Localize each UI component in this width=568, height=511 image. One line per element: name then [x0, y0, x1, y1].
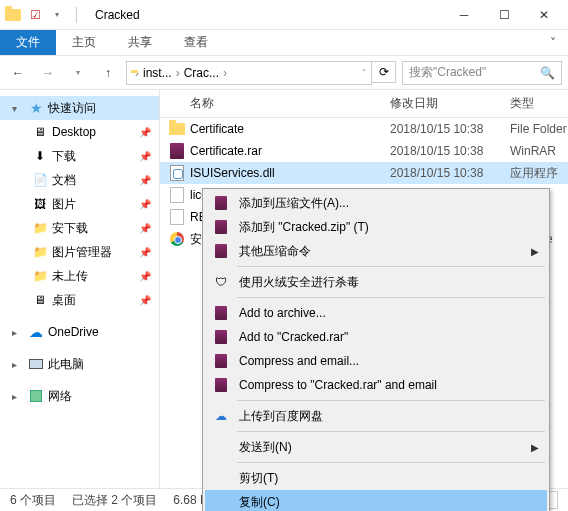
expander-icon[interactable]: ▸ [12, 391, 24, 402]
nav-forward-button[interactable]: → [36, 61, 60, 85]
rar-icon [209, 327, 233, 347]
expander-icon[interactable]: ▾ [12, 103, 24, 114]
sidebar-item-icon: ⬇ [32, 148, 48, 164]
sidebar-label: OneDrive [48, 325, 99, 339]
menu-item-label: 上传到百度网盘 [233, 408, 547, 425]
expander-icon[interactable]: ▸ [12, 359, 24, 370]
file-row[interactable]: ISUIServices.dll 2018/10/15 10:38 应用程序 [160, 162, 568, 184]
maximize-button[interactable]: ☐ [484, 1, 524, 29]
star-icon: ★ [28, 100, 44, 116]
sidebar-item-label: 安下载 [52, 220, 88, 237]
menu-item-label: Add to "Cracked.rar" [233, 330, 547, 344]
sidebar-item[interactable]: 📁 安下载 📌 [0, 216, 159, 240]
menu-item[interactable]: 添加到压缩文件(A)... [205, 191, 547, 215]
file-name: Certificate.rar [186, 144, 390, 158]
rar-icon [209, 241, 233, 261]
menu-item[interactable]: 🛡 使用火绒安全进行杀毒 [205, 270, 547, 294]
sidebar-item[interactable]: 📁 图片管理器 📌 [0, 240, 159, 264]
sidebar-onedrive[interactable]: ▸ ☁ OneDrive [0, 320, 159, 344]
sidebar: ▾ ★ 快速访问 🖥 Desktop 📌⬇ 下载 📌📄 文档 📌🖼 图片 📌📁 … [0, 90, 160, 488]
sidebar-label: 此电脑 [48, 356, 84, 373]
nav-back-button[interactable]: ← [6, 61, 30, 85]
chevron-right-icon[interactable]: › [133, 66, 141, 80]
sidebar-item-icon: 📁 [32, 220, 48, 236]
nav-up-button[interactable]: ↑ [96, 61, 120, 85]
sidebar-item-icon: 📄 [32, 172, 48, 188]
menu-item-label: 其他压缩命令 [233, 243, 531, 260]
crumb-segment[interactable]: inst... [143, 66, 172, 80]
breadcrumb-dropdown-icon[interactable]: ˅ [362, 68, 367, 78]
rar-icon [209, 217, 233, 237]
shield-icon: 🛡 [209, 272, 233, 292]
menu-item[interactable]: 发送到(N) ▶ [205, 435, 547, 459]
sidebar-quick-access[interactable]: ▾ ★ 快速访问 [0, 96, 159, 120]
sidebar-thispc[interactable]: ▸ 此电脑 [0, 352, 159, 376]
tab-home[interactable]: 主页 [56, 30, 112, 55]
ribbon-tabs: 文件 主页 共享 查看 ˅ [0, 30, 568, 56]
folder-icon [168, 121, 186, 137]
pin-icon: 📌 [139, 199, 151, 210]
minimize-button[interactable]: ─ [444, 1, 484, 29]
menu-item[interactable]: ☁ 上传到百度网盘 [205, 404, 547, 428]
status-count: 6 个项目 [10, 492, 56, 509]
ribbon-expand-icon[interactable]: ˅ [538, 30, 568, 55]
sidebar-item[interactable]: 📁 未上传 📌 [0, 264, 159, 288]
sidebar-item-icon: 🖥 [32, 124, 48, 140]
sidebar-item[interactable]: 🖼 图片 📌 [0, 192, 159, 216]
column-headers: 名称 修改日期 类型 [160, 90, 568, 118]
chrome-icon [168, 231, 186, 247]
qat-dropdown-icon[interactable]: ▾ [48, 6, 66, 24]
menu-item[interactable]: Compress and email... [205, 349, 547, 373]
file-row[interactable]: Certificate.rar 2018/10/15 10:38 WinRAR [160, 140, 568, 162]
crumb-segment[interactable]: Crac... [184, 66, 219, 80]
search-placeholder: 搜索"Cracked" [409, 64, 486, 81]
sidebar-item-icon: 📁 [32, 268, 48, 284]
context-menu: 添加到压缩文件(A)... 添加到 "Cracked.zip" (T) 其他压缩… [202, 188, 550, 511]
sidebar-item-label: 未上传 [52, 268, 88, 285]
menu-separator [237, 462, 545, 463]
sidebar-item[interactable]: 🖥 桌面 📌 [0, 288, 159, 312]
submenu-arrow-icon: ▶ [531, 246, 547, 257]
sidebar-item[interactable]: 📄 文档 📌 [0, 168, 159, 192]
menu-item[interactable]: 其他压缩命令 ▶ [205, 239, 547, 263]
chevron-right-icon[interactable]: › [174, 66, 182, 80]
chevron-right-icon[interactable]: › [221, 66, 229, 80]
blank-icon [209, 468, 233, 488]
col-name[interactable]: 名称 [160, 95, 390, 112]
refresh-button[interactable]: ⟳ [372, 61, 396, 83]
menu-item-label: 添加到 "Cracked.zip" (T) [233, 219, 547, 236]
menu-item[interactable]: Add to "Cracked.rar" [205, 325, 547, 349]
menu-item[interactable]: Compress to "Cracked.rar" and email [205, 373, 547, 397]
breadcrumb[interactable]: › inst... › Crac... › ˅ [126, 61, 372, 85]
col-type[interactable]: 类型 [510, 95, 568, 112]
search-input[interactable]: 搜索"Cracked" 🔍 [402, 61, 562, 85]
expander-icon[interactable]: ▸ [12, 327, 24, 338]
col-date[interactable]: 修改日期 [390, 95, 510, 112]
menu-item-label: Add to archive... [233, 306, 547, 320]
tab-share[interactable]: 共享 [112, 30, 168, 55]
sidebar-item[interactable]: 🖥 Desktop 📌 [0, 120, 159, 144]
tab-file[interactable]: 文件 [0, 30, 56, 55]
sidebar-item-label: 下载 [52, 148, 76, 165]
sidebar-item-label: 文档 [52, 172, 76, 189]
menu-item-label: Compress to "Cracked.rar" and email [233, 378, 547, 392]
sidebar-network[interactable]: ▸ 网络 [0, 384, 159, 408]
menu-item[interactable]: 复制(C) [205, 490, 547, 511]
qat-checkbox-icon[interactable]: ☑ [26, 6, 44, 24]
file-type: 应用程序 [510, 165, 568, 182]
menu-item-label: Compress and email... [233, 354, 547, 368]
file-row[interactable]: Certificate 2018/10/15 10:38 File Folder [160, 118, 568, 140]
nav-recent-dropdown[interactable]: ▾ [66, 61, 90, 85]
menu-item[interactable]: 剪切(T) [205, 466, 547, 490]
sidebar-item[interactable]: ⬇ 下载 📌 [0, 144, 159, 168]
rar-icon [209, 303, 233, 323]
sidebar-label: 快速访问 [48, 100, 96, 117]
dll-icon [168, 165, 186, 181]
sidebar-item-icon: 🖼 [32, 196, 48, 212]
menu-item[interactable]: Add to archive... [205, 301, 547, 325]
file-date: 2018/10/15 10:38 [390, 122, 510, 136]
sidebar-item-icon: 🖥 [32, 292, 48, 308]
menu-item[interactable]: 添加到 "Cracked.zip" (T) [205, 215, 547, 239]
close-button[interactable]: ✕ [524, 1, 564, 29]
tab-view[interactable]: 查看 [168, 30, 224, 55]
